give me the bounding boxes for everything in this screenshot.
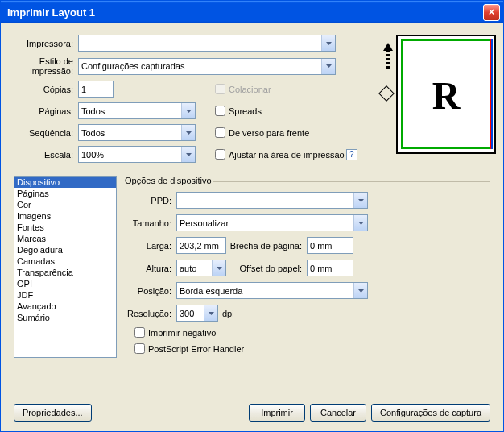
list-item[interactable]: Fontes (14, 222, 116, 233)
sequence-select[interactable] (78, 124, 196, 141)
ps-error-checkbox-input[interactable] (134, 343, 145, 354)
pages-label: Páginas: (14, 106, 78, 116)
svg-rect-1 (386, 58, 390, 60)
close-button[interactable]: × (483, 4, 500, 21)
back-to-front-checkbox[interactable]: De verso para frente (215, 127, 309, 138)
capture-settings-button[interactable]: Configurações de captura (371, 404, 490, 422)
dialog-body: Impressora: Estilo de impressão: Cópias: (1, 23, 503, 431)
page-preview: R (382, 35, 490, 168)
fit-print-area-label: Ajustar na área de impressão (229, 150, 345, 160)
paper-size-select[interactable] (176, 214, 368, 231)
position-select[interactable] (176, 282, 368, 299)
titlebar: Imprimir Layout 1 × (1, 1, 503, 23)
paper-offset-input[interactable] (307, 260, 353, 276)
cancel-button[interactable]: Cancelar (310, 404, 366, 422)
position-label: Posição: (125, 286, 176, 296)
resolution-select[interactable] (176, 305, 218, 322)
ppd-label: PPD: (125, 196, 176, 206)
svg-rect-3 (386, 66, 390, 69)
printer-label: Impressora: (14, 39, 78, 48)
list-item[interactable]: Dispositivo (14, 177, 116, 188)
ps-error-label: PostScript Error Handler (148, 344, 244, 354)
collate-checkbox: Colacionar (215, 84, 271, 94)
collate-label: Colacionar (229, 85, 271, 94)
resolution-unit: dpi (218, 309, 234, 318)
paper-offset-label: Offset do papel: (226, 264, 307, 273)
resolution-label: Resolução: (125, 309, 176, 318)
list-item[interactable]: Imagens (14, 210, 116, 222)
scale-select[interactable] (78, 146, 196, 163)
list-item[interactable]: JDF (14, 289, 116, 301)
print-style-select[interactable] (78, 58, 336, 75)
list-item[interactable]: Sumário (14, 312, 116, 323)
list-item[interactable]: Cor (14, 199, 116, 210)
list-item[interactable]: Degoladura (14, 244, 116, 255)
pages-select[interactable] (78, 102, 196, 119)
copies-input[interactable] (78, 81, 114, 98)
panel-title: Opções de dispositivo (125, 176, 490, 185)
fit-print-area-checkbox-input[interactable] (215, 149, 225, 160)
preview-page: R (396, 35, 496, 154)
help-icon[interactable]: ? (346, 149, 357, 160)
list-item[interactable]: Camadas (14, 255, 116, 267)
list-item[interactable]: Avançado (14, 301, 116, 312)
properties-button[interactable]: Propriedades... (14, 404, 92, 422)
window-title: Imprimir Layout 1 (7, 6, 483, 19)
spreads-checkbox[interactable]: Spreads (215, 106, 262, 116)
collate-checkbox-input (215, 84, 225, 94)
print-style-label: Estilo de impressão: (14, 56, 78, 76)
ps-error-checkbox[interactable]: PostScript Error Handler (134, 343, 244, 354)
svg-rect-0 (386, 54, 390, 56)
page-gap-label: Brecha de página: (226, 241, 307, 251)
list-item[interactable]: OPI (14, 278, 116, 289)
rotation-icon (378, 85, 395, 102)
svg-rect-2 (386, 62, 390, 64)
page-gap-input[interactable] (307, 237, 353, 254)
copies-label: Cópias: (14, 85, 78, 94)
print-button[interactable]: Imprimir (249, 404, 305, 422)
arrow-up-icon (382, 43, 395, 73)
print-negative-label: Imprimir negativo (148, 328, 216, 338)
width-label: Larga: (125, 241, 176, 251)
device-options-panel: Opções de dispositivo PPD: Tamanho: (125, 176, 490, 359)
height-label: Altura: (125, 264, 176, 273)
sequence-label: Seqüência: (14, 128, 78, 138)
width-input[interactable] (176, 237, 226, 254)
bottom-bar: Propriedades... Imprimir Cancelar Config… (14, 404, 490, 422)
back-to-front-label: De verso para frente (229, 128, 309, 138)
print-negative-checkbox[interactable]: Imprimir negativo (134, 327, 216, 338)
list-item[interactable]: Transparência (14, 267, 116, 278)
category-listbox[interactable]: Dispositivo Páginas Cor Imagens Fontes M… (14, 176, 117, 358)
preview-letter: R (398, 73, 494, 118)
print-dialog: Imprimir Layout 1 × Impressora: Estilo d… (0, 0, 504, 432)
ppd-select[interactable] (176, 192, 368, 209)
close-icon: × (489, 6, 495, 18)
list-item[interactable]: Marcas (14, 233, 116, 244)
spreads-checkbox-input[interactable] (215, 106, 225, 116)
spreads-label: Spreads (229, 106, 262, 116)
fit-print-area-checkbox[interactable]: Ajustar na área de impressão (215, 149, 345, 160)
size-label: Tamanho: (125, 218, 176, 228)
scale-label: Escala: (14, 150, 78, 160)
printer-select[interactable] (78, 35, 336, 52)
height-select[interactable] (176, 260, 226, 276)
print-negative-checkbox-input[interactable] (134, 327, 145, 338)
list-item[interactable]: Páginas (14, 188, 116, 199)
back-to-front-checkbox-input[interactable] (215, 127, 225, 138)
